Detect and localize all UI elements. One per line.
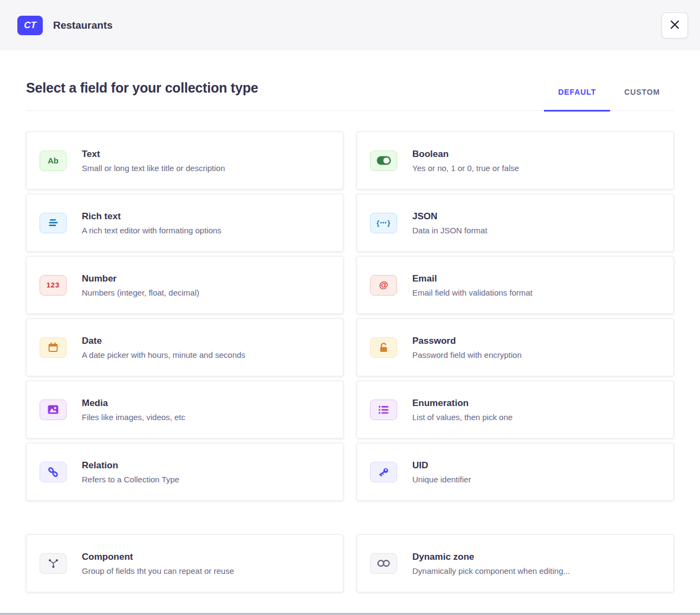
toggle-on-icon	[370, 151, 397, 171]
field-description: Unique identifier	[412, 475, 471, 484]
nodes-icon	[40, 553, 67, 574]
field-card-boolean[interactable]: Boolean Yes or no, 1 or 0, true or false	[357, 132, 674, 189]
ab-letters-icon: Ab	[40, 151, 67, 171]
field-description: Yes or no, 1 or 0, true or false	[412, 163, 519, 173]
field-description: A rich text editor with formating option…	[82, 226, 222, 235]
align-left-icon	[40, 213, 67, 233]
field-card-number[interactable]: 123 Number Numbers (integer, float, deci…	[26, 256, 343, 314]
field-title: UID	[412, 460, 471, 471]
field-description: Refers to a Collection Type	[82, 475, 179, 484]
field-title: JSON	[412, 211, 487, 222]
field-title: Relation	[82, 460, 179, 471]
field-description: Files like images, videos, etc	[82, 413, 185, 422]
field-description: Data in JSON format	[412, 226, 487, 235]
field-title: Email	[412, 273, 533, 284]
field-description: Dynamically pick component when editing.…	[412, 566, 570, 575]
title-row: Select a field for your collection type …	[26, 80, 674, 111]
field-card-text[interactable]: Ab Text Small or long text like title or…	[26, 132, 343, 189]
modal-body: Select a field for your collection type …	[0, 80, 700, 592]
field-description: Small or long text like title or descrip…	[82, 163, 225, 173]
calendar-icon	[40, 337, 67, 358]
collection-title: Restaurants	[53, 19, 113, 31]
footer-divider	[0, 613, 700, 615]
field-description: Group of fields tht you can repeat or re…	[82, 566, 234, 575]
collection-type-badge: CT	[17, 16, 43, 35]
bullet-list-icon	[370, 400, 397, 420]
field-title: Date	[82, 336, 245, 346]
at-sign-icon: @	[370, 275, 397, 296]
lock-icon	[370, 337, 397, 358]
field-description: A date picker with hours, minute and sec…	[82, 350, 245, 359]
field-card-relation[interactable]: Relation Refers to a Collection Type	[26, 443, 343, 501]
123-icon: 123	[40, 275, 67, 296]
advanced-cards-grid: Component Group of fields tht you can re…	[26, 534, 674, 592]
field-description: Numbers (integer, float, decimal)	[82, 288, 199, 297]
page-title: Select a field for your collection type	[26, 80, 258, 96]
field-card-dynamic-zone[interactable]: Dynamic zone Dynamically pick component …	[357, 534, 674, 592]
field-card-rich-text[interactable]: Rich text A rich text editor with format…	[26, 194, 343, 252]
close-icon	[670, 19, 680, 31]
infinity-icon	[370, 553, 397, 574]
field-title: Component	[82, 552, 234, 562]
field-card-date[interactable]: Date A date picker with hours, minute an…	[26, 318, 343, 376]
field-title: Enumeration	[412, 398, 513, 409]
field-title: Password	[412, 336, 522, 346]
field-description: Password field with encryption	[412, 350, 522, 359]
field-title: Text	[82, 149, 225, 160]
field-description: Email field with validations format	[412, 288, 533, 297]
field-card-media[interactable]: Media Files like images, videos, etc	[26, 381, 343, 439]
field-card-uid[interactable]: UID Unique identifier	[357, 443, 674, 501]
tab-bar: DEFAULT CUSTOM	[544, 88, 674, 112]
modal-header: CT Restaurants	[0, 0, 700, 50]
tab-custom[interactable]: CUSTOM	[610, 88, 674, 112]
field-title: Number	[82, 273, 199, 284]
field-card-json[interactable]: {⋯} JSON Data in JSON format	[357, 194, 674, 252]
field-card-email[interactable]: @ Email Email field with validations for…	[357, 256, 674, 314]
key-icon	[370, 462, 397, 482]
curly-braces-icon: {⋯}	[370, 213, 397, 233]
field-title: Media	[82, 398, 185, 409]
chain-link-icon	[40, 462, 67, 482]
field-description: List of values, then pick one	[412, 413, 513, 422]
tab-default[interactable]: DEFAULT	[544, 88, 610, 112]
field-title: Rich text	[82, 211, 222, 222]
picture-icon	[40, 400, 67, 420]
close-button[interactable]	[662, 12, 688, 38]
field-title: Dynamic zone	[412, 552, 570, 562]
field-title: Boolean	[412, 149, 519, 160]
field-cards-grid: Ab Text Small or long text like title or…	[26, 132, 674, 501]
field-card-enumeration[interactable]: Enumeration List of values, then pick on…	[357, 381, 674, 439]
field-card-component[interactable]: Component Group of fields tht you can re…	[26, 534, 343, 592]
field-card-password[interactable]: Password Password field with encryption	[357, 318, 674, 376]
